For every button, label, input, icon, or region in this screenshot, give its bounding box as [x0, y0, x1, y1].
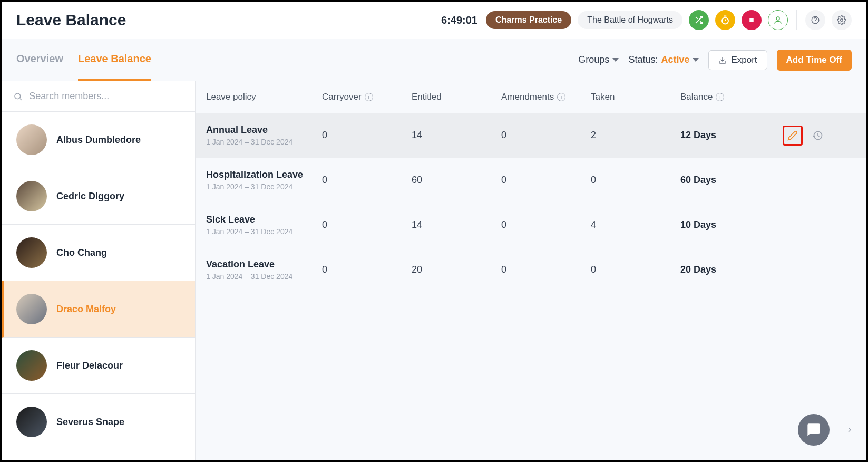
header-actions: 6:49:01 Charms Practice The Battle of Ho… — [441, 10, 852, 30]
carryover-value: 0 — [322, 175, 412, 186]
amendments-value: 0 — [501, 130, 591, 141]
subheader-actions: Groups Status: Active Export Add Time Of… — [578, 50, 852, 71]
table-row: Sick Leave 1 Jan 2024 – 31 Dec 2024 0 14… — [196, 203, 866, 247]
avatar — [16, 237, 47, 268]
balance-value: 12 Days — [680, 130, 781, 141]
avatar — [16, 350, 47, 381]
col-amendments: Amendmentsi — [501, 92, 591, 102]
svg-rect-1 — [749, 18, 754, 22]
svg-point-4 — [841, 19, 843, 22]
taken-value: 0 — [591, 175, 680, 186]
chat-button[interactable] — [798, 414, 830, 446]
amendments-value: 0 — [501, 264, 591, 275]
entitled-value: 60 — [412, 175, 501, 186]
col-taken: Taken — [591, 92, 680, 102]
tab-leave-balance[interactable]: Leave Balance — [78, 39, 151, 81]
entitled-value: 20 — [412, 264, 501, 275]
taken-value: 0 — [591, 264, 680, 275]
member-item[interactable]: Severus Snape — [2, 394, 195, 450]
help-icon — [811, 15, 820, 25]
divider — [796, 10, 797, 30]
member-name: Albus Dumbledore — [56, 134, 141, 146]
stop-button[interactable] — [742, 10, 762, 30]
member-name: Fleur Delacour — [56, 360, 123, 371]
tab-overview[interactable]: Overview — [16, 39, 63, 81]
status-dropdown[interactable]: Status: Active — [628, 54, 699, 65]
groups-label: Groups — [578, 54, 609, 65]
taken-value: 2 — [591, 130, 680, 141]
table-header: Leave policy Carryoveri Entitled Amendme… — [196, 81, 866, 113]
policy-period: 1 Jan 2024 – 31 Dec 2024 — [206, 272, 322, 281]
balance-value: 20 Days — [680, 264, 781, 275]
history-icon — [813, 130, 823, 141]
info-icon[interactable]: i — [716, 93, 724, 101]
timer: 6:49:01 — [441, 14, 477, 26]
policy-name: Vacation Leave — [206, 259, 322, 270]
members-sidebar: Albus Dumbledore Cedric Diggory Cho Chan… — [2, 81, 196, 460]
status-label: Status: — [628, 54, 658, 65]
balance-value: 60 Days — [680, 175, 781, 186]
col-balance: Balancei — [680, 92, 781, 102]
member-item[interactable]: Draco Malfoy — [2, 281, 195, 338]
edit-button[interactable] — [783, 126, 803, 146]
history-button[interactable] — [808, 126, 828, 146]
svg-point-5 — [15, 93, 21, 99]
avatar — [16, 294, 47, 324]
page-title: Leave Balance — [16, 11, 126, 29]
badge-task-1[interactable]: Charms Practice — [486, 11, 571, 29]
badge-task-2[interactable]: The Battle of Hogwarts — [578, 11, 682, 29]
user-button[interactable] — [768, 10, 788, 30]
table-row: Hospitalization Leave 1 Jan 2024 – 31 De… — [196, 158, 866, 203]
member-name: Cedric Diggory — [56, 191, 124, 202]
member-name: Severus Snape — [56, 417, 124, 428]
subheader: Overview Leave Balance Groups Status: Ac… — [2, 39, 866, 81]
groups-dropdown[interactable]: Groups — [578, 54, 619, 65]
amendments-value: 0 — [501, 219, 591, 230]
timer-button[interactable] — [715, 10, 735, 30]
chevron-down-icon — [612, 58, 619, 62]
member-item[interactable]: Cedric Diggory — [2, 168, 195, 225]
info-icon[interactable]: i — [365, 93, 373, 101]
table-row: Annual Leave 1 Jan 2024 – 31 Dec 2024 0 … — [196, 113, 866, 158]
balance-value: 10 Days — [680, 219, 781, 230]
carryover-value: 0 — [322, 219, 412, 230]
search-input[interactable] — [29, 91, 183, 102]
col-policy: Leave policy — [206, 92, 322, 102]
help-button[interactable] — [805, 10, 825, 30]
chat-icon — [806, 422, 821, 437]
pager-next[interactable] — [842, 422, 857, 437]
header: Leave Balance 6:49:01 Charms Practice Th… — [2, 2, 866, 39]
member-item[interactable]: Cho Chang — [2, 225, 195, 281]
entitled-value: 14 — [412, 219, 501, 230]
export-button[interactable]: Export — [708, 50, 767, 70]
member-item[interactable]: Fleur Delacour — [2, 338, 195, 394]
tabs: Overview Leave Balance — [16, 39, 151, 81]
member-item[interactable]: Albus Dumbledore — [2, 112, 195, 168]
entitled-value: 14 — [412, 130, 501, 141]
col-entitled: Entitled — [412, 92, 501, 102]
shuffle-icon — [694, 15, 704, 25]
avatar — [16, 181, 47, 211]
carryover-value: 0 — [322, 264, 412, 275]
pencil-icon — [787, 130, 798, 141]
policy-name: Annual Leave — [206, 124, 322, 136]
leave-table: Leave policy Carryoveri Entitled Amendme… — [196, 81, 866, 460]
stop-icon — [747, 15, 756, 25]
carryover-value: 0 — [322, 130, 412, 141]
table-row: Vacation Leave 1 Jan 2024 – 31 Dec 2024 … — [196, 247, 866, 292]
add-time-off-button[interactable]: Add Time Off — [777, 50, 852, 71]
download-icon — [718, 56, 727, 64]
settings-button[interactable] — [832, 10, 852, 30]
export-label: Export — [731, 55, 757, 65]
policy-name: Sick Leave — [206, 214, 322, 225]
user-icon — [773, 15, 783, 25]
chevron-down-icon — [693, 58, 699, 62]
shuffle-button[interactable] — [689, 10, 709, 30]
taken-value: 4 — [591, 219, 680, 230]
member-name: Draco Malfoy — [56, 304, 116, 315]
col-carryover: Carryoveri — [322, 92, 412, 102]
svg-point-2 — [776, 17, 779, 20]
policy-name: Hospitalization Leave — [206, 169, 322, 180]
content: Albus Dumbledore Cedric Diggory Cho Chan… — [2, 81, 866, 460]
info-icon[interactable]: i — [557, 93, 565, 101]
